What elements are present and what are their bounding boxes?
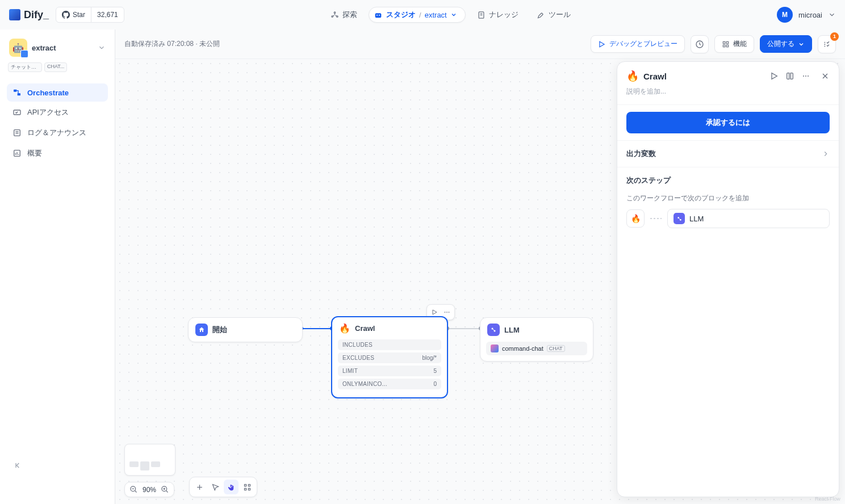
chevron-down-icon	[450, 11, 457, 18]
node-crawl-title: Crawl	[355, 324, 375, 333]
svg-rect-35	[244, 484, 246, 486]
sidebar-item-overview[interactable]: 概要	[7, 144, 108, 163]
panel-description[interactable]: 説明を追加...	[617, 87, 839, 104]
chevron-down-icon[interactable]	[828, 11, 836, 19]
sidebar-item-api[interactable]: APIアクセス	[7, 103, 108, 122]
svg-point-1	[332, 15, 333, 17]
svg-point-40	[805, 75, 806, 77]
checklist-button[interactable]	[818, 35, 836, 53]
node-crawl[interactable]: 🔥 Crawl INCLUDES EXCLUDESblog/* LIMIT5 O…	[331, 316, 448, 398]
canvas-controls	[189, 477, 257, 497]
chevron-right-icon	[822, 150, 830, 158]
debug-icon	[598, 40, 606, 48]
svg-rect-20	[726, 45, 729, 47]
features-button[interactable]: 機能	[714, 35, 754, 53]
node-start[interactable]: 開始	[188, 317, 303, 342]
organize-button[interactable]	[240, 480, 254, 494]
zoom-out-icon[interactable]	[129, 485, 138, 494]
fire-icon: 🔥	[626, 70, 639, 82]
panel-more-button[interactable]	[801, 72, 810, 81]
svg-rect-3	[375, 13, 382, 18]
sidebar-item-orchestrate[interactable]: Orchestrate	[7, 83, 108, 102]
node-start-title: 開始	[212, 325, 227, 335]
logs-icon	[12, 128, 22, 137]
collapse-icon	[14, 461, 23, 470]
param-row: LIMIT5	[338, 366, 441, 376]
svg-line-28	[135, 490, 136, 492]
grid-icon	[722, 40, 730, 48]
nav-right: M microai	[777, 7, 836, 23]
param-row: ONLYMAINCO...0	[338, 379, 441, 389]
node-llm[interactable]: LLM command-chat CHAT	[480, 317, 593, 362]
history-button[interactable]	[691, 35, 709, 53]
user-avatar[interactable]: M	[777, 7, 793, 23]
api-icon	[12, 108, 22, 117]
chevron-down-icon	[798, 41, 805, 48]
knowledge-icon	[477, 11, 486, 19]
github-star-badge[interactable]: Star 32,671	[56, 7, 124, 23]
debug-preview-button[interactable]: デバッグとプレビュー	[591, 35, 685, 53]
history-icon	[695, 40, 704, 49]
svg-rect-36	[248, 484, 250, 486]
svg-point-0	[334, 11, 336, 13]
svg-rect-19	[723, 45, 725, 47]
app-name: extract	[32, 44, 93, 52]
nav-knowledge[interactable]: ナレッジ	[470, 6, 525, 23]
nav-studio-label: スタジオ	[386, 10, 416, 20]
github-icon	[62, 11, 70, 19]
svg-rect-37	[244, 488, 246, 490]
zoom-in-icon[interactable]	[161, 485, 169, 494]
next-step-section: 次のステップ	[617, 167, 839, 194]
param-row: EXCLUDESblog/*	[338, 352, 441, 363]
sidebar-item-logs[interactable]: ログ＆アナウンス	[7, 123, 108, 142]
top-nav: Dify_ Star 32,671 探索 スタジオ / extract ナレッジ…	[0, 0, 845, 30]
panel-close-button[interactable]	[821, 72, 830, 81]
overview-icon	[12, 149, 22, 158]
app-header[interactable]: 🤖 extract	[7, 36, 108, 59]
chevron-down-icon[interactable]	[98, 44, 106, 52]
logo[interactable]: Dify_	[9, 9, 49, 21]
checklist-icon	[822, 40, 831, 49]
minimap[interactable]	[124, 444, 175, 476]
github-star-label: Star	[56, 11, 91, 19]
llm-icon	[487, 324, 500, 336]
llm-icon	[674, 213, 685, 224]
svg-point-2	[337, 15, 338, 17]
nav-explore[interactable]: 探索	[324, 6, 364, 23]
output-vars-section[interactable]: 出力変数	[617, 140, 839, 167]
param-row: INCLUDES	[338, 339, 441, 350]
svg-point-22	[446, 312, 447, 313]
svg-point-39	[803, 75, 804, 77]
hand-tool[interactable]	[224, 480, 239, 494]
cursor-tool[interactable]	[208, 480, 223, 494]
nav-tools[interactable]: ツール	[530, 6, 578, 23]
publish-button[interactable]: 公開する	[760, 35, 812, 53]
next-step-row: 🔥 LLM	[617, 209, 839, 228]
panel-run-button[interactable]	[769, 72, 779, 81]
nav-studio-pill[interactable]: スタジオ / extract	[369, 7, 466, 23]
zoom-level: 90%	[143, 486, 156, 494]
approve-button[interactable]: 承認するには	[626, 112, 830, 133]
next-block-llm[interactable]: LLM	[667, 209, 830, 228]
nav-app-name: extract	[425, 11, 447, 19]
app-icon: 🤖	[9, 39, 27, 57]
edge-start-crawl	[302, 328, 332, 329]
svg-point-4	[377, 15, 378, 16]
left-sidebar: 🤖 extract チャットボット CHAT... Orchestrate AP…	[0, 30, 115, 504]
home-icon	[195, 324, 208, 336]
svg-rect-9	[14, 90, 16, 92]
svg-rect-38	[248, 488, 250, 490]
svg-rect-17	[723, 41, 725, 44]
sidebar-collapse-button[interactable]	[14, 461, 23, 470]
nav-center: 探索 スタジオ / extract ナレッジ ツール	[131, 6, 770, 23]
tools-icon	[537, 11, 545, 19]
next-connector	[650, 218, 662, 219]
brand-text: Dify_	[24, 9, 49, 21]
zoom-controls: 90%	[124, 482, 174, 497]
add-node-button[interactable]	[192, 480, 207, 494]
panel-title: Crawl	[643, 72, 765, 81]
svg-rect-18	[726, 41, 729, 44]
panel-docs-button[interactable]	[785, 72, 794, 81]
tag: CHAT...	[44, 62, 67, 72]
robot-icon	[374, 10, 383, 19]
